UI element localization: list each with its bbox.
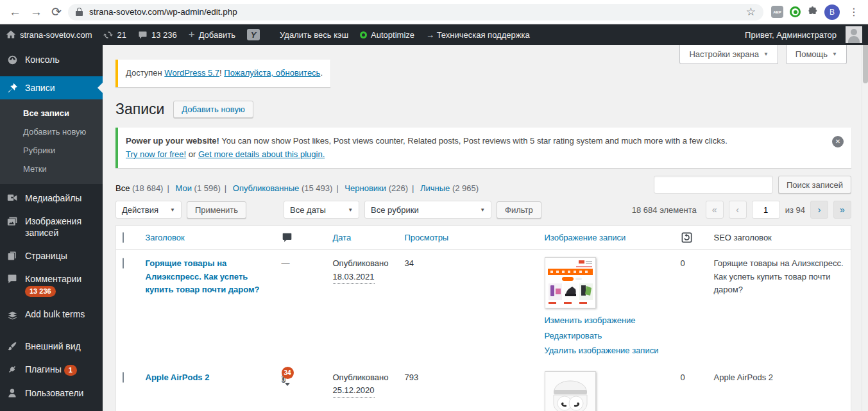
extensions-puzzle-icon[interactable]: [807, 6, 818, 17]
autoptimize-icon: [360, 31, 367, 38]
try-free-link[interactable]: Try now for free!: [126, 149, 186, 159]
dashboard-icon: [6, 54, 19, 65]
adminbar-clear-cache[interactable]: Удалить весь кэш: [266, 24, 354, 45]
delete-image-link[interactable]: Удалить изображение записи: [545, 344, 668, 357]
sidebar-item-tools[interactable]: Инструменты: [0, 405, 103, 411]
browser-menu-icon[interactable]: ⋮: [846, 6, 862, 18]
filter-all-link[interactable]: Все: [115, 183, 130, 193]
green-extension-icon[interactable]: [790, 6, 801, 17]
adminbar-site-link[interactable]: strana-sovetov.com: [0, 24, 98, 45]
screen-options-button[interactable]: Настройки экрана ▼: [679, 45, 778, 64]
adminbar-yoast[interactable]: Y: [241, 24, 266, 45]
bulk-actions-select[interactable]: Действия▼: [115, 201, 182, 219]
categories-filter-select[interactable]: Все рубрики▼: [364, 201, 491, 219]
filter-button[interactable]: Фильтр: [497, 201, 541, 219]
adminbar-account[interactable]: Привет, Администратор: [739, 24, 868, 45]
forward-icon[interactable]: →: [30, 6, 42, 18]
column-header-comments[interactable]: [275, 226, 327, 250]
table-header-row: Заголовок Дата Просмотры Изображение зап…: [116, 226, 851, 250]
post-thumbnail-aliexpress[interactable]: [545, 257, 596, 308]
pages-icon: [6, 250, 19, 261]
post-title-link[interactable]: Apple AirPods 2: [146, 373, 210, 382]
dismiss-notice-icon[interactable]: ✕: [832, 136, 844, 147]
edit-image-link[interactable]: Редактировать: [545, 330, 668, 342]
sidebar-item-plugins[interactable]: Плагины 1: [0, 358, 103, 382]
adminbar-add-new[interactable]: + Добавить: [183, 24, 241, 45]
submenu-tags[interactable]: Метки: [0, 160, 103, 178]
next-page-button[interactable]: ›: [810, 201, 828, 219]
sidebar-item-media[interactable]: Медиафайлы: [0, 187, 103, 210]
adblock-extension-icon[interactable]: ABP: [771, 6, 783, 18]
posts-submenu: Все записи Добавить новую Рубрики Метки: [0, 99, 103, 184]
submenu-categories[interactable]: Рубрики: [0, 141, 103, 160]
wp-admin-bar: strana-sovetov.com 21 13 236 + Добавить …: [0, 24, 868, 45]
users-icon: [6, 387, 19, 398]
submenu-add-new[interactable]: Добавить новую: [0, 122, 103, 141]
sidebar-item-post-images[interactable]: Изображения записей: [0, 210, 103, 244]
posts-table: Заголовок Дата Просмотры Изображение зап…: [115, 225, 851, 411]
apply-button[interactable]: Применить: [187, 201, 246, 219]
first-page-button: «: [706, 201, 724, 219]
bulk-terms-icon: [6, 308, 19, 320]
comments-count: —: [282, 258, 290, 268]
sidebar-item-appearance[interactable]: Внешний вид: [0, 335, 103, 358]
admin-sidebar: Консоль Записи Все записи Добавить новую…: [0, 45, 103, 411]
comments-bubble-icon: [138, 30, 148, 40]
current-page-input[interactable]: [752, 201, 780, 219]
prev-page-button: ‹: [729, 201, 747, 219]
column-header-title[interactable]: Заголовок: [139, 226, 275, 250]
update-icon: [103, 30, 113, 40]
sidebar-item-dashboard[interactable]: Консоль: [0, 45, 103, 71]
post-date: 18.03.2021: [333, 271, 375, 284]
sidebar-item-pages[interactable]: Страницы: [0, 244, 103, 267]
plugin-details-link[interactable]: Get more details about this plugin.: [198, 149, 325, 159]
url-text[interactable]: strana-sovetov.com/wp-admin/edit.php: [89, 7, 237, 17]
adminbar-autoptimize[interactable]: Autoptimize: [354, 24, 420, 45]
brush-icon: [6, 340, 19, 351]
adminbar-support[interactable]: → Техническая поддержка: [420, 24, 536, 45]
wordpress-version-link[interactable]: WordPress 5.7: [164, 68, 219, 78]
filter-mine-link[interactable]: Мои: [175, 183, 191, 193]
column-header-clone[interactable]: [674, 226, 708, 250]
bookmark-star-icon[interactable]: ☆: [746, 5, 756, 19]
please-update-link[interactable]: Пожалуйста, обновитесь: [224, 68, 320, 78]
pending-comments-badge[interactable]: 34: [282, 367, 294, 379]
column-header-image[interactable]: Изображение записи: [538, 226, 674, 250]
column-header-date[interactable]: Дата: [327, 226, 398, 250]
row-checkbox[interactable]: [123, 258, 124, 269]
help-button[interactable]: Помощь ▼: [786, 45, 847, 64]
column-header-seo: SEO заголовок: [708, 226, 851, 250]
row-checkbox[interactable]: [123, 372, 124, 383]
search-posts-button[interactable]: Поиск записей: [778, 176, 851, 194]
add-new-post-button[interactable]: Добавить новую: [173, 101, 253, 118]
post-title-link[interactable]: Горящие товары на Алиэкспресс. Как успет…: [146, 258, 260, 294]
page-scrollbar[interactable]: [862, 24, 868, 411]
media-icon: [6, 192, 19, 204]
adminbar-comments[interactable]: 13 236: [132, 24, 183, 45]
submenu-all-posts[interactable]: Все записи: [0, 104, 103, 122]
column-header-views[interactable]: Просмотры: [398, 226, 538, 250]
address-bar[interactable]: strana-sovetov.com/wp-admin/edit.php ☆: [68, 4, 763, 21]
clone-count: 0: [681, 258, 685, 268]
sidebar-item-users[interactable]: Пользователи: [0, 382, 103, 405]
main-content: Настройки экрана ▼ Помощь ▼ Доступен Wor…: [103, 45, 862, 411]
reload-icon[interactable]: ⟳: [51, 6, 62, 18]
select-all-checkbox[interactable]: [123, 232, 124, 243]
post-thumbnail-airpods[interactable]: [545, 371, 596, 411]
search-posts-input[interactable]: [654, 176, 773, 194]
back-icon[interactable]: ←: [9, 6, 21, 18]
filter-drafts-link[interactable]: Черновики: [345, 183, 386, 193]
home-icon: [6, 29, 16, 40]
seo-title: Apple AirPods 2: [714, 373, 774, 382]
post-date: 25.12.2020: [333, 384, 375, 398]
filter-private-link[interactable]: Личные: [420, 183, 450, 193]
change-image-link[interactable]: Изменить изображение: [545, 314, 668, 327]
dates-filter-select[interactable]: Все даты▼: [284, 201, 359, 219]
sidebar-item-comments[interactable]: Комментарии 13 236: [0, 267, 103, 303]
browser-profile-avatar[interactable]: B: [824, 4, 840, 20]
sidebar-item-posts[interactable]: Записи: [0, 76, 103, 99]
sidebar-item-bulk-terms[interactable]: Add bulk terms: [0, 303, 103, 326]
last-page-button[interactable]: »: [833, 201, 851, 219]
filter-published-link[interactable]: Опубликованные: [233, 183, 300, 193]
adminbar-updates[interactable]: 21: [98, 24, 132, 45]
